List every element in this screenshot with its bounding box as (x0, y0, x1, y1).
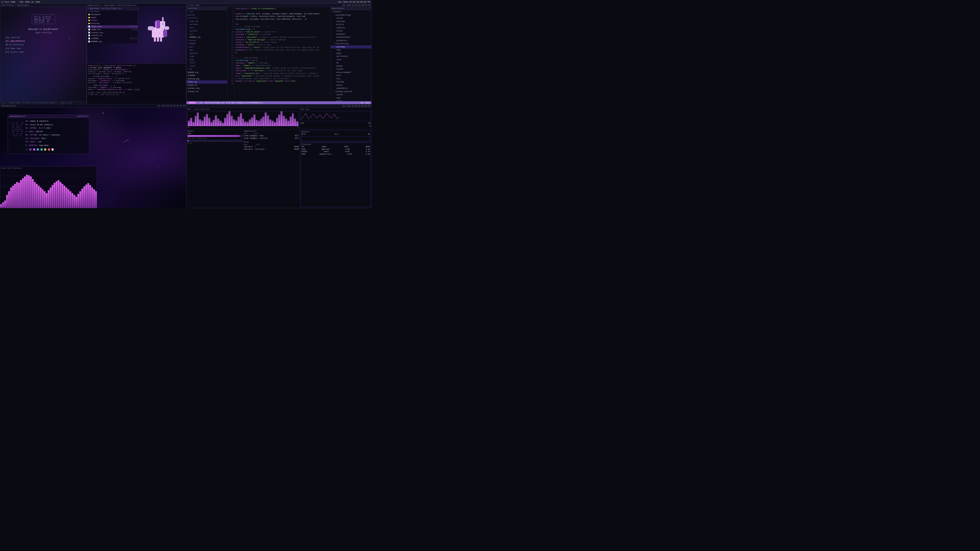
code-line-30 (235, 83, 329, 85)
cpu-bar-item (267, 115, 269, 126)
fileman-music[interactable]: 📁 music (87, 16, 138, 19)
swap-bar (187, 140, 243, 142)
outline-locale[interactable]: locale (331, 29, 371, 33)
fileman-themes[interactable]: 📁 themes (87, 19, 138, 22)
tree-wm[interactable]: wm (186, 68, 227, 71)
fileman-install-sh[interactable]: 📄 install.sh (87, 34, 138, 37)
tree-harden-sh[interactable]: harden.sh (186, 84, 227, 87)
tree-profiles[interactable]: ▾ profiles (186, 17, 227, 20)
item-name: themes (91, 19, 97, 22)
outline-nixpkgs-editor[interactable]: editor (331, 100, 371, 101)
item-name: documents (91, 14, 101, 16)
outline-dotfilesdir[interactable]: dotfilesDir (331, 55, 371, 58)
tree-system[interactable]: ▾ system (186, 39, 227, 42)
status-branch: main (366, 102, 370, 104)
q1-menu-search[interactable]: [o] [Search] (5, 36, 81, 39)
outline-system-settings[interactable]: ▾ systemSettings (331, 14, 371, 17)
q1-menu: [o] [Search] [b] [Quickmarks] [$ h] [His… (3, 36, 84, 54)
tree-label: system (189, 39, 196, 42)
outline-defaultroamdir[interactable]: defaultRoamDir (331, 71, 371, 74)
outline-outputs[interactable]: ▾ outputs (331, 10, 371, 14)
outline-bootmountpath[interactable]: bootMountPath (331, 36, 371, 39)
outline-label: nixpkgs-patched (336, 90, 352, 93)
fileman-license[interactable]: 📄 LICENSE 34.2 K (87, 37, 138, 40)
processes-panel: Processes PID Name CPU% MEM% 2520 Hyprla… (301, 143, 371, 207)
code-line-3: outputs = inputs${ self, nixpkgs, nixpkg… (235, 13, 329, 15)
tree-worklab[interactable]: worklab (186, 29, 227, 33)
tree-shell[interactable]: shell (186, 61, 227, 65)
outline-nixpkgs-name[interactable]: name (331, 97, 371, 100)
neofetch-desktop: R: DESKTOP: hyprland (25, 144, 60, 148)
tree-license[interactable]: LICENSE (186, 74, 227, 77)
q1-menu-newtab[interactable]: [t] [New tab] (5, 47, 81, 50)
q2-terminal: emmetfoxfire ~/home/emmet/.dotfiles/flak… (87, 63, 186, 104)
cpu-info: CPU line AVG 10 8 (300, 108, 371, 129)
tree-desktop-png[interactable]: desktop.png (186, 77, 227, 81)
outline-name[interactable]: name (331, 48, 371, 52)
outline-label: font (332, 78, 341, 80)
tree-readme[interactable]: README.org (186, 71, 227, 74)
tree-themes[interactable]: ▾ themes (186, 42, 227, 45)
tree-personal[interactable]: personal (186, 23, 227, 26)
fileman-documents[interactable]: 📁 documents (87, 13, 138, 16)
folder-icon: 📁 (88, 19, 90, 22)
fileman-readme[interactable]: 📄 README.org (87, 40, 138, 43)
outline-username[interactable]: username (331, 45, 371, 49)
outline-wmtype[interactable]: wmType (331, 65, 371, 68)
tree-app[interactable]: app (186, 48, 227, 52)
outline-fontpkg[interactable]: fontPkg (331, 80, 371, 84)
cpu-bar-item (280, 111, 283, 126)
outline-wm[interactable]: wm (331, 61, 371, 65)
fileman-install-org[interactable]: 📄 install.org (87, 32, 138, 35)
tree-work[interactable]: work (186, 26, 227, 30)
fileman-flake-lock[interactable]: 📄 flake.lock 27.5 K (87, 25, 138, 28)
tree-patches[interactable]: patches (186, 14, 227, 17)
outline-system[interactable]: system (331, 17, 371, 20)
outline-label: dotfilesDir (332, 55, 348, 58)
outline-user-settings[interactable]: ▾ userSettings (331, 42, 371, 45)
outline-theme[interactable]: theme (331, 58, 371, 62)
tree-lang[interactable]: lang (186, 55, 227, 58)
fileman-external[interactable]: 📁 External (87, 22, 138, 25)
code-line-12: profile = "personal"; # select a profile… (235, 36, 329, 38)
outline-email[interactable]: email (331, 52, 371, 55)
outline-nixpkgs-patched[interactable]: ▾ nixpkgs-patched (331, 90, 371, 94)
outline-font[interactable]: font (331, 77, 371, 81)
outline-term[interactable]: term (331, 74, 371, 77)
outline-editor[interactable]: editor (331, 84, 371, 87)
q1-menu-quickmarks[interactable]: [b] [Quickmarks] (5, 39, 81, 43)
item-name: flake.lock (91, 25, 102, 28)
outline-browser[interactable]: browser (331, 68, 371, 71)
outline-timezone[interactable]: timezone (331, 26, 371, 30)
q1-menu-history[interactable]: [$ h] [History] (5, 43, 81, 46)
tree-wsl[interactable]: wsl (186, 33, 227, 36)
outline-bootmode[interactable]: bootMode (331, 33, 371, 36)
q1-profile: Tech Profile (3, 32, 84, 34)
outline-spawneditor[interactable]: spawnEditor (331, 87, 371, 90)
cpu-bar-item (260, 119, 262, 126)
tree-hardware[interactable]: hardware (186, 52, 227, 55)
tree-install-org[interactable]: install.org (186, 87, 227, 90)
tree-style[interactable]: style (186, 65, 227, 68)
tree-readme-profiles[interactable]: README.org (186, 36, 227, 39)
outline-profile[interactable]: profile (331, 23, 371, 26)
star (159, 167, 159, 167)
tree-label: themes (189, 42, 196, 45)
outline-hostname[interactable]: hostname (331, 20, 371, 23)
code-line-8: # ----- SYSTEM SETTINGS ----- # (235, 25, 329, 28)
outline-nixpkgs-system[interactable]: system (331, 93, 371, 97)
cpu-bar-item (215, 115, 217, 126)
tree-user[interactable]: ▾ user (186, 45, 227, 49)
fileman-flake-nix[interactable]: 📄 flake.nix 2.2 K (87, 28, 138, 32)
outline-grubdevice[interactable]: grubDevice (331, 39, 371, 42)
q4-topbar-text: emmet@snowfire: (1, 105, 17, 107)
tree-pkgs[interactable]: pkgs (186, 58, 227, 62)
q1-menu-closetab[interactable]: [x] [Close tab] (5, 50, 81, 54)
cpu-bar-item (188, 121, 190, 126)
swatch-2 (29, 148, 32, 151)
tree-git[interactable]: ▾ .git (186, 10, 227, 14)
status-filesize: 7.5k (198, 102, 202, 104)
tree-flake-nix[interactable]: flake.nix (186, 80, 227, 84)
tree-homelab[interactable]: home lab (186, 20, 227, 23)
tree-install-sh[interactable]: install.sh (186, 90, 227, 94)
